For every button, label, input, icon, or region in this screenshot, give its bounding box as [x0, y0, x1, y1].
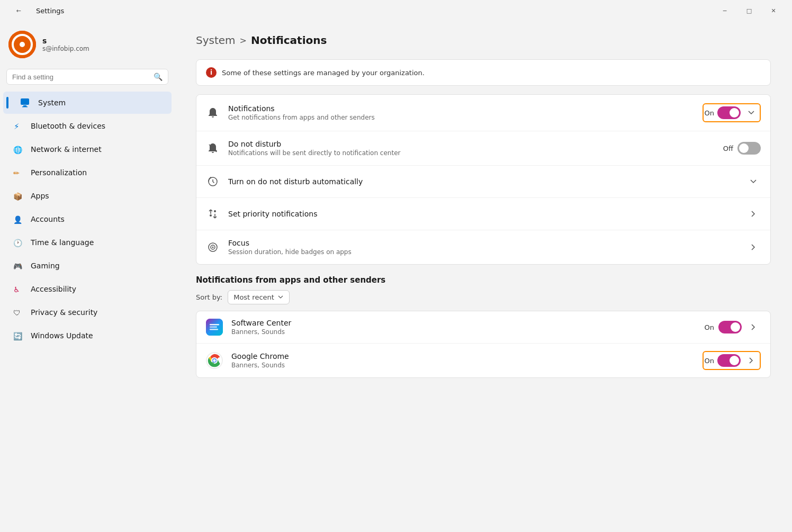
- focus-text: Focus Session duration, hide badges on a…: [228, 239, 737, 256]
- auto-dnd-row[interactable]: Turn on do not disturb automatically: [196, 166, 770, 198]
- sidebar-item-system[interactable]: System: [3, 92, 172, 114]
- apps-icon: 📦: [12, 190, 23, 202]
- titlebar: ← Settings ─ □ ✕: [0, 0, 792, 21]
- svg-text:🌐: 🌐: [13, 146, 23, 155]
- software-center-control: On: [705, 320, 761, 335]
- google-chrome-text: Google Chrome Banners, Sounds: [231, 352, 694, 369]
- content-area: System > Notifications i Some of these s…: [175, 21, 792, 532]
- sort-row: Sort by: Most recent: [196, 290, 771, 304]
- svg-point-30: [213, 359, 215, 362]
- focus-row[interactable]: Focus Session duration, hide badges on a…: [196, 230, 770, 264]
- priority-chevron[interactable]: [746, 206, 761, 221]
- avatar: [8, 31, 36, 58]
- notifications-row: Notifications Get notifications from app…: [196, 95, 770, 131]
- svg-point-3: [20, 42, 25, 47]
- auto-dnd-control: [746, 174, 761, 189]
- sidebar-item-network[interactable]: 🌐 Network & internet: [3, 138, 172, 160]
- svg-point-20: [214, 210, 216, 212]
- maximize-button[interactable]: □: [737, 2, 761, 19]
- software-center-toggle-label: On: [705, 323, 714, 331]
- notifications-toggle-thumb: [730, 108, 739, 118]
- sidebar-item-accounts[interactable]: 👤 Accounts: [3, 208, 172, 230]
- user-info: s s@infobip.com: [42, 37, 89, 52]
- notifications-text: Notifications Get notifications from app…: [228, 104, 694, 121]
- notifications-toggle-wrapper: On: [703, 103, 761, 122]
- accessibility-icon: ♿: [12, 283, 23, 295]
- focus-icon: [206, 240, 220, 254]
- svg-text:🎮: 🎮: [13, 262, 23, 271]
- breadcrumb: System > Notifications: [196, 34, 771, 47]
- software-center-icon: [206, 319, 223, 336]
- apps-card: Software Center Banners, Sounds On: [196, 311, 771, 378]
- software-center-chevron[interactable]: [746, 320, 761, 335]
- auto-dnd-icon: [206, 175, 220, 188]
- sidebar-label-network: Network & internet: [31, 145, 102, 154]
- google-chrome-row: Google Chrome Banners, Sounds On: [196, 344, 770, 377]
- notifications-title: Notifications: [228, 104, 694, 113]
- search-input[interactable]: [12, 73, 150, 81]
- dnd-icon: [206, 141, 220, 155]
- auto-dnd-text: Turn on do not disturb automatically: [228, 177, 737, 186]
- software-center-toggle[interactable]: [718, 321, 742, 333]
- time-icon: 🕐: [12, 237, 23, 248]
- auto-dnd-title: Turn on do not disturb automatically: [228, 177, 737, 186]
- system-icon: [19, 97, 31, 109]
- software-center-sub: Banners, Sounds: [231, 328, 696, 336]
- dnd-desc: Notifications will be sent directly to n…: [228, 149, 715, 157]
- accounts-icon: 👤: [12, 213, 23, 225]
- notifications-chevron-down[interactable]: [744, 105, 759, 120]
- sidebar-item-personalization[interactable]: ✏️ Personalization: [3, 161, 172, 184]
- google-chrome-sub: Banners, Sounds: [231, 362, 694, 369]
- google-chrome-toggle[interactable]: [717, 354, 741, 367]
- notifications-desc: Get notifications from apps and other se…: [228, 114, 694, 121]
- sidebar-item-time[interactable]: 🕐 Time & language: [3, 231, 172, 254]
- close-button[interactable]: ✕: [761, 2, 786, 19]
- dnd-toggle[interactable]: [737, 142, 761, 155]
- search-box[interactable]: 🔍: [6, 69, 168, 85]
- dnd-text: Do not disturb Notifications will be sen…: [228, 140, 715, 157]
- back-button[interactable]: ←: [6, 2, 31, 19]
- info-icon: i: [206, 67, 217, 78]
- sidebar-label-bluetooth: Bluetooth & devices: [31, 122, 105, 130]
- software-center-name: Software Center: [231, 319, 696, 327]
- auto-dnd-chevron[interactable]: [746, 174, 761, 189]
- dnd-toggle-label: Off: [723, 145, 733, 152]
- google-chrome-toggle-label: On: [705, 357, 714, 365]
- notifications-control: On: [703, 103, 761, 122]
- sidebar-label-system: System: [38, 98, 66, 107]
- user-section: s s@infobip.com: [0, 25, 175, 69]
- apps-section-header: Notifications from apps and other sender…: [196, 275, 771, 285]
- minimize-button[interactable]: ─: [713, 2, 737, 19]
- svg-text:⚡: ⚡: [14, 122, 20, 131]
- search-icon: 🔍: [154, 73, 163, 81]
- sort-select[interactable]: Most recent: [228, 290, 290, 304]
- priority-title: Set priority notifications: [228, 210, 737, 218]
- app-body: s s@infobip.com 🔍 System: [0, 21, 792, 532]
- main-settings-card: Notifications Get notifications from app…: [196, 94, 771, 265]
- sidebar-item-privacy[interactable]: 🛡 Privacy & security: [3, 301, 172, 323]
- sidebar-label-apps: Apps: [31, 192, 49, 200]
- sidebar-label-privacy: Privacy & security: [31, 308, 97, 317]
- sidebar-item-update[interactable]: 🔄 Windows Update: [3, 324, 172, 347]
- svg-rect-4: [21, 98, 29, 105]
- dnd-control: Off: [723, 142, 761, 155]
- sidebar-item-gaming[interactable]: 🎮 Gaming: [3, 255, 172, 277]
- svg-text:👤: 👤: [13, 215, 23, 224]
- info-text: Some of these settings are managed by yo…: [222, 69, 425, 77]
- focus-chevron[interactable]: [746, 240, 761, 255]
- priority-icon: [206, 207, 220, 221]
- google-chrome-chevron[interactable]: [744, 353, 759, 368]
- sidebar-item-accessibility[interactable]: ♿ Accessibility: [3, 278, 172, 300]
- software-center-row: Software Center Banners, Sounds On: [196, 311, 770, 344]
- dnd-toggle-thumb: [739, 143, 749, 153]
- notifications-toggle[interactable]: [717, 106, 741, 119]
- user-name: s: [42, 37, 89, 45]
- notifications-toggle-label: On: [705, 109, 714, 117]
- software-center-text: Software Center Banners, Sounds: [231, 319, 696, 336]
- sidebar-item-apps[interactable]: 📦 Apps: [3, 185, 172, 207]
- svg-rect-26: [210, 327, 217, 328]
- breadcrumb-parent: System: [196, 34, 236, 47]
- priority-row[interactable]: Set priority notifications: [196, 198, 770, 230]
- focus-desc: Session duration, hide badges on apps: [228, 248, 737, 256]
- sidebar-item-bluetooth[interactable]: ⚡ Bluetooth & devices: [3, 115, 172, 137]
